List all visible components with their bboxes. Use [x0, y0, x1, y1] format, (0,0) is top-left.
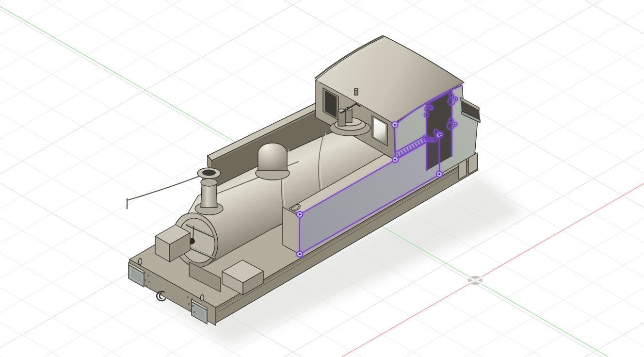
chimney-ring	[201, 178, 217, 186]
viewport-canvas[interactable]	[0, 0, 644, 357]
steam-dome[interactable]	[256, 143, 290, 180]
sketch-line-cab-front-edge[interactable]	[395, 125, 395, 160]
whistle-cap	[354, 88, 358, 90]
lamp-bracket-left[interactable]	[139, 259, 142, 265]
chimney-mouth	[202, 170, 216, 176]
whistle[interactable]	[354, 88, 358, 95]
smokebox-dart-shaft	[193, 226, 193, 240]
lamp-bracket-right[interactable]	[201, 295, 204, 301]
cad-viewport[interactable]	[0, 0, 644, 357]
safety-valve-column-right[interactable]	[346, 109, 352, 123]
safety-valve-lever-pivot	[355, 102, 357, 104]
dome-cap[interactable]	[258, 143, 287, 171]
origin-marker[interactable]	[468, 276, 483, 285]
